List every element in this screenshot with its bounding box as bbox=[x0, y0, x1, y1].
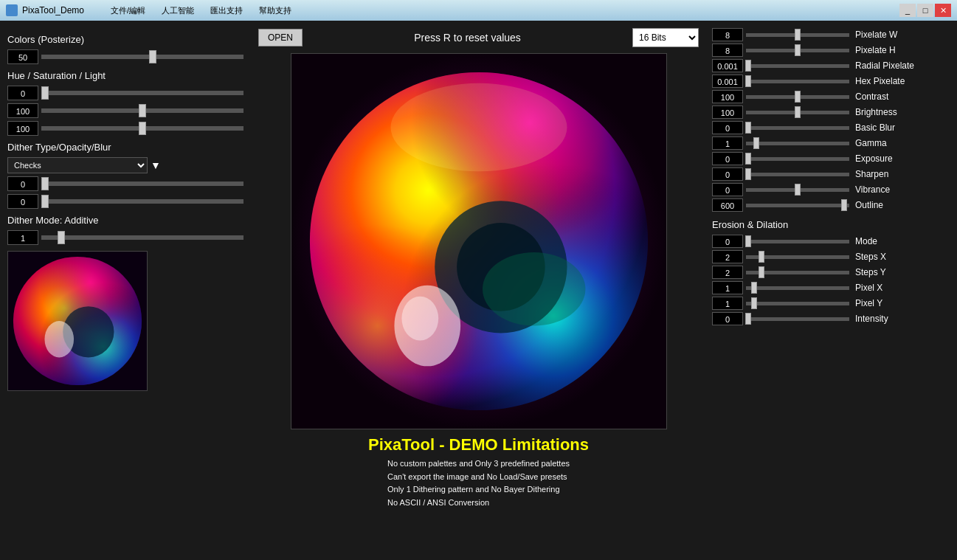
right-slider-row-11: 600Outline bbox=[712, 198, 951, 212]
right-slider-label-5: Brightness bbox=[852, 107, 951, 117]
right-slider-thumb-0[interactable] bbox=[795, 29, 801, 41]
right-slider-thumb-10[interactable] bbox=[795, 184, 801, 196]
light-thumb[interactable] bbox=[139, 122, 146, 135]
right-slider-label-1: Steps X bbox=[852, 252, 951, 262]
right-slider-label-6: Basic Blur bbox=[852, 122, 951, 133]
colors-slider[interactable] bbox=[41, 55, 243, 59]
right-slider-thumb-0[interactable] bbox=[745, 235, 751, 247]
right-slider-thumb-1[interactable] bbox=[759, 251, 764, 263]
dither-mode-slider[interactable] bbox=[41, 235, 243, 240]
dither-mode-thumb[interactable] bbox=[58, 231, 65, 244]
maximize-button[interactable]: □ bbox=[917, 4, 933, 17]
right-slider-label-5: Intensity bbox=[852, 314, 951, 324]
right-slider-row-8: 0Exposure bbox=[712, 152, 951, 165]
demo-line-2: Can't export the image and No Load/Save … bbox=[387, 471, 570, 484]
demo-title: PixaTool - DEMO Limitations bbox=[368, 435, 589, 454]
dither-type-select[interactable]: Checks None Bayer2 Bayer4 Ordered bbox=[7, 157, 148, 173]
right-slider-thumb-11[interactable] bbox=[841, 199, 847, 211]
hue-thumb[interactable] bbox=[41, 86, 49, 100]
title-bar-menus: 文件/編輯 人工智能 匯出支持 幫助支持 bbox=[103, 4, 299, 18]
right-slider-thumb-8[interactable] bbox=[745, 153, 751, 165]
right-slider-value-5: 100 bbox=[712, 106, 743, 119]
right-slider-label-7: Gamma bbox=[852, 138, 951, 148]
hue-slider[interactable] bbox=[41, 91, 243, 95]
right-slider-row-7: 1Gamma bbox=[712, 136, 951, 150]
colors-thumb[interactable] bbox=[149, 50, 156, 63]
demo-line-4: No ASCII / ANSI Conversion bbox=[387, 497, 570, 510]
right-slider-track-8[interactable] bbox=[746, 157, 849, 161]
right-slider-track-10[interactable] bbox=[746, 188, 849, 192]
right-slider-track-5[interactable] bbox=[746, 317, 849, 321]
right-slider-thumb-2[interactable] bbox=[745, 60, 751, 72]
light-slider-row: 100 bbox=[7, 121, 243, 136]
right-slider-track-1[interactable] bbox=[746, 49, 849, 52]
menu-export[interactable]: 匯出支持 bbox=[203, 4, 250, 18]
right-slider-thumb-4[interactable] bbox=[795, 91, 801, 103]
sat-thumb[interactable] bbox=[139, 104, 146, 117]
right-slider-thumb-7[interactable] bbox=[753, 137, 759, 149]
right-slider-value-0: 0 bbox=[712, 235, 743, 248]
right-slider-thumb-2[interactable] bbox=[759, 266, 764, 278]
right-slider-thumb-5[interactable] bbox=[795, 106, 801, 118]
main-content: Colors (Posterize) 50 Hue / Saturation /… bbox=[0, 21, 957, 560]
thumbnail-image bbox=[8, 252, 147, 390]
right-slider-thumb-5[interactable] bbox=[745, 313, 751, 325]
right-slider-track-11[interactable] bbox=[746, 204, 849, 207]
right-slider-track-2[interactable] bbox=[746, 64, 849, 68]
right-slider-track-0[interactable] bbox=[746, 33, 849, 37]
main-orb-image bbox=[291, 54, 666, 429]
right-slider-track-0[interactable] bbox=[746, 240, 849, 243]
right-slider-track-5[interactable] bbox=[746, 111, 849, 114]
right-slider-label-9: Sharpen bbox=[852, 169, 951, 179]
right-slider-value-6: 0 bbox=[712, 121, 743, 134]
dither-opacity-thumb[interactable] bbox=[41, 177, 49, 190]
right-slider-track-4[interactable] bbox=[746, 95, 849, 99]
right-slider-thumb-3[interactable] bbox=[751, 282, 757, 294]
right-slider-row-2: 2Steps Y bbox=[712, 266, 951, 279]
right-slider-thumb-4[interactable] bbox=[751, 297, 757, 309]
sat-slider[interactable] bbox=[41, 108, 243, 113]
right-slider-track-1[interactable] bbox=[746, 255, 849, 259]
erosion-sliders: 0Mode2Steps X2Steps Y1Pixel X1Pixel Y0In… bbox=[712, 235, 951, 325]
right-slider-value-5: 0 bbox=[712, 312, 743, 325]
light-slider[interactable] bbox=[41, 126, 243, 131]
hue-slider-row: 0 bbox=[7, 86, 243, 100]
right-slider-track-6[interactable] bbox=[746, 126, 849, 130]
right-slider-track-3[interactable] bbox=[746, 80, 849, 83]
title-bar-left: PixaTool_Demo 文件/編輯 人工智能 匯出支持 幫助支持 bbox=[6, 4, 299, 18]
center-toolbar: OPEN Press R to reset values 16 Bits 8 B… bbox=[258, 28, 699, 47]
dither-blur-thumb[interactable] bbox=[41, 195, 49, 208]
right-slider-value-0: 8 bbox=[712, 28, 743, 41]
title-bar: PixaTool_Demo 文件/編輯 人工智能 匯出支持 幫助支持 _ □ ✕ bbox=[0, 0, 957, 21]
svg-point-17 bbox=[390, 83, 567, 172]
minimize-button[interactable]: _ bbox=[899, 4, 916, 17]
right-slider-track-4[interactable] bbox=[746, 302, 849, 305]
right-slider-value-2: 2 bbox=[712, 266, 743, 279]
right-slider-label-0: Mode bbox=[852, 236, 951, 246]
dither-blur-slider[interactable] bbox=[41, 199, 243, 204]
right-slider-thumb-9[interactable] bbox=[745, 168, 751, 180]
menu-file[interactable]: 文件/編輯 bbox=[103, 4, 153, 18]
right-slider-track-3[interactable] bbox=[746, 286, 849, 290]
right-slider-label-2: Radial Pixelate bbox=[852, 61, 951, 71]
right-slider-track-9[interactable] bbox=[746, 173, 849, 176]
bits-select[interactable]: 16 Bits 8 Bits 32 Bits bbox=[632, 28, 699, 47]
erosion-section-label: Erosion & Dilation bbox=[712, 219, 951, 230]
menu-help[interactable]: 幫助支持 bbox=[252, 4, 299, 18]
right-slider-thumb-6[interactable] bbox=[745, 122, 751, 134]
right-slider-row-9: 0Sharpen bbox=[712, 167, 951, 181]
dither-mode-row: 1 bbox=[7, 230, 243, 245]
right-slider-thumb-1[interactable] bbox=[795, 44, 801, 56]
right-slider-thumb-3[interactable] bbox=[745, 75, 751, 87]
close-button[interactable]: ✕ bbox=[935, 4, 951, 17]
svg-point-15 bbox=[401, 297, 438, 341]
dither-opacity-slider[interactable] bbox=[41, 182, 243, 186]
open-button[interactable]: OPEN bbox=[258, 29, 303, 46]
menu-ai[interactable]: 人工智能 bbox=[154, 4, 201, 18]
right-slider-value-9: 0 bbox=[712, 167, 743, 181]
right-slider-value-7: 1 bbox=[712, 136, 743, 150]
right-slider-track-2[interactable] bbox=[746, 271, 849, 274]
right-slider-track-7[interactable] bbox=[746, 142, 849, 145]
right-slider-label-2: Steps Y bbox=[852, 267, 951, 277]
right-slider-label-4: Contrast bbox=[852, 91, 951, 102]
